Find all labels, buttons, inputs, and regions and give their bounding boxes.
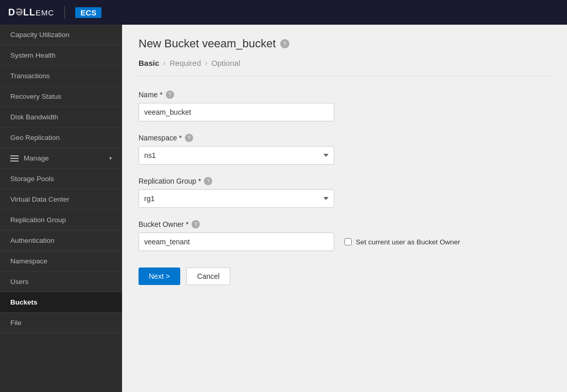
- sidebar-item-namespace[interactable]: Namespace: [0, 251, 122, 272]
- brand-logo: DƏLLEMC ECS: [8, 6, 101, 19]
- dell-emc-logo: DƏLLEMC: [8, 7, 54, 18]
- sidebar-item-disk-bandwidth[interactable]: Disk Bandwidth: [0, 107, 122, 128]
- breadcrumb-required[interactable]: Required: [169, 59, 201, 67]
- sidebar-item-geo-replication[interactable]: Geo Replication: [0, 128, 122, 148]
- namespace-help-icon[interactable]: ?: [185, 134, 193, 142]
- namespace-field-group: Namespace * ? ns1 ns2: [139, 134, 489, 165]
- sidebar-item-buckets[interactable]: Buckets: [0, 292, 122, 313]
- manage-label: Manage: [24, 154, 49, 162]
- sidebar: Capacity Utilization System Health Trans…: [0, 25, 122, 392]
- sidebar-item-virtual-data-center[interactable]: Virtual Data Center: [0, 189, 122, 210]
- chevron-down-icon: ▾: [109, 155, 112, 161]
- name-input[interactable]: [139, 103, 334, 121]
- ecs-label: ECS: [75, 7, 101, 18]
- set-current-user-label[interactable]: Set current user as Bucket Owner: [345, 238, 460, 246]
- replication-group-help-icon[interactable]: ?: [204, 177, 212, 185]
- name-field-group: Name * ?: [139, 91, 489, 121]
- page-title-help-icon[interactable]: ?: [280, 39, 289, 48]
- bucket-owner-help-icon[interactable]: ?: [192, 220, 200, 228]
- hamburger-icon: [10, 155, 19, 162]
- breadcrumb: Basic › Required › Optional: [139, 59, 551, 76]
- set-current-user-checkbox[interactable]: [345, 238, 352, 245]
- sidebar-item-file[interactable]: File: [0, 313, 122, 333]
- breadcrumb-optional[interactable]: Optional: [212, 59, 240, 67]
- main-layout: Capacity Utilization System Health Trans…: [0, 25, 567, 392]
- name-help-icon[interactable]: ?: [166, 91, 174, 99]
- sidebar-item-system-health[interactable]: System Health: [0, 45, 122, 66]
- new-bucket-form: Name * ? Namespace * ? ns1 ns2 Re: [139, 91, 489, 285]
- replication-group-select[interactable]: rg1 rg2: [139, 189, 334, 208]
- sidebar-item-authentication[interactable]: Authentication: [0, 230, 122, 251]
- cancel-button[interactable]: Cancel: [186, 268, 231, 285]
- sidebar-item-transactions[interactable]: Transactions: [0, 66, 122, 86]
- bucket-owner-input[interactable]: [139, 233, 334, 251]
- breadcrumb-basic[interactable]: Basic: [139, 59, 159, 67]
- sidebar-manage-section[interactable]: Manage ▾: [0, 148, 122, 169]
- sidebar-item-replication-group[interactable]: Replication Group: [0, 210, 122, 230]
- sidebar-item-users[interactable]: Users: [0, 272, 122, 292]
- replication-group-field-group: Replication Group * ? rg1 rg2: [139, 177, 489, 208]
- sidebar-item-capacity-utilization[interactable]: Capacity Utilization: [0, 25, 122, 45]
- form-actions: Next > Cancel: [139, 268, 489, 285]
- bucket-owner-label: Bucket Owner * ?: [139, 220, 489, 228]
- header-divider: [64, 6, 65, 19]
- name-label: Name * ?: [139, 91, 489, 99]
- sidebar-item-storage-pools[interactable]: Storage Pools: [0, 169, 122, 189]
- next-button[interactable]: Next >: [139, 268, 180, 285]
- bucket-owner-field-group: Bucket Owner * ? Set current user as Buc…: [139, 220, 489, 251]
- replication-group-label: Replication Group * ?: [139, 177, 489, 185]
- bucket-owner-row: Set current user as Bucket Owner: [139, 233, 489, 251]
- breadcrumb-chevron-2: ›: [205, 59, 207, 67]
- page-title: New Bucket veeam_bucket ?: [139, 37, 551, 50]
- breadcrumb-chevron-1: ›: [163, 59, 165, 67]
- namespace-label: Namespace * ?: [139, 134, 489, 142]
- app-header: DƏLLEMC ECS: [0, 0, 567, 25]
- main-content: New Bucket veeam_bucket ? Basic › Requir…: [122, 25, 567, 392]
- namespace-select[interactable]: ns1 ns2: [139, 146, 334, 165]
- sidebar-item-recovery-status[interactable]: Recovery Status: [0, 86, 122, 107]
